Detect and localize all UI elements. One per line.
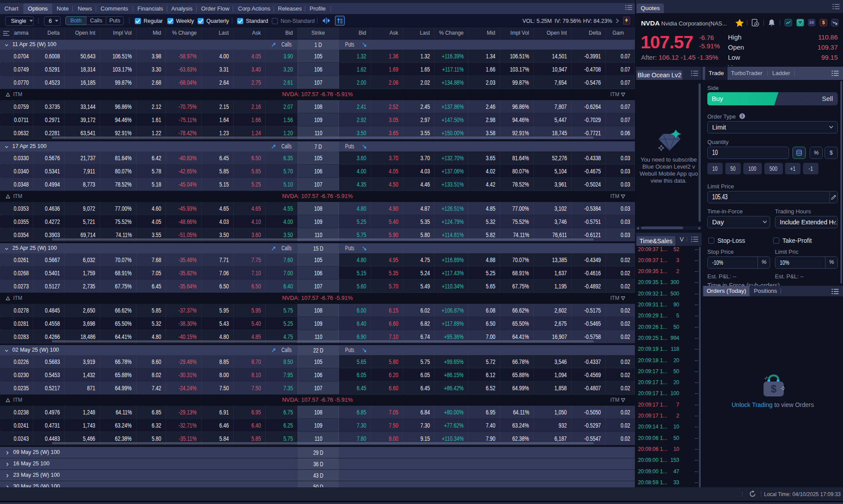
svg-text:$: $	[771, 383, 777, 395]
